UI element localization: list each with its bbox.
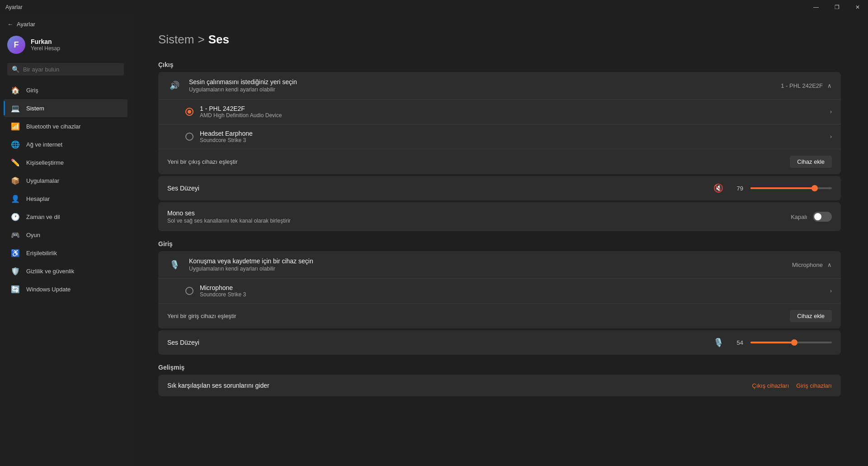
radio-phl (185, 108, 193, 116)
add-input-row: Yeni bir giriş cihazı eşleştir Cihaz ekl… (158, 303, 841, 328)
main-content: Sistem > Ses Çıkış 🔊 Sesin çalınmasını i… (131, 14, 868, 466)
input-chevron-up-icon: ∧ (827, 262, 832, 268)
search-input[interactable] (23, 66, 119, 73)
volume-mute-icon[interactable]: 🔇 (713, 183, 723, 193)
mono-right: Kapalı (791, 212, 832, 222)
add-output-row: Yeni bir çıkış cihazı eşleştir Cihaz ekl… (158, 149, 841, 174)
output-slider-fill-area (750, 187, 815, 189)
minimize-button[interactable]: — (806, 0, 826, 14)
breadcrumb-current: Ses (208, 33, 229, 47)
nav-icon-uyg: 📦 (11, 176, 20, 185)
phl-desc: AMD High Definition Audio Device (200, 112, 830, 119)
sidebar-item-bluetooth[interactable]: 📶 Bluetooth ve cihazlar (4, 117, 127, 135)
output-device-title: Sesin çalınmasını istediğiniz yeri seçin (189, 78, 781, 86)
app-body: ← Ayarlar F Furkan Yerel Hesap 🔍 🏠 Giriş… (0, 14, 868, 466)
sidebar-item-hesap[interactable]: 👤 Hesaplar (4, 190, 127, 208)
nav-icon-zaman: 🕐 (11, 212, 20, 221)
output-slider-thumb[interactable] (811, 185, 818, 191)
headset-name: Headset Earphone (200, 130, 830, 137)
mic-icon[interactable]: 🎙️ (713, 338, 723, 347)
user-name: Furkan (31, 38, 60, 45)
nav-label-kisi: Kişiselleştirme (26, 159, 64, 166)
headset-chevron: › (830, 133, 832, 140)
nav-list: 🏠 Giriş 💻 Sistem 📶 Bluetooth ve cihazlar… (0, 81, 131, 298)
sidebar-item-sistem[interactable]: 💻 Sistem (4, 99, 127, 117)
nav-icon-ag: 🌐 (11, 140, 20, 149)
output-volume-card: Ses Düzeyi 🔇 79 (158, 176, 841, 200)
nav-label-winupdate: Windows Update (26, 286, 71, 293)
output-volume-value: 79 (731, 185, 743, 192)
input-volume-label: Ses Düzeyi (167, 339, 706, 346)
breadcrumb-separator: > (198, 33, 204, 47)
titlebar-title: Ayarlar (5, 4, 23, 10)
sidebar-item-ag[interactable]: 🌐 Ağ ve internet (4, 135, 127, 153)
sidebar-item-zaman[interactable]: 🕐 Zaman ve dil (4, 208, 127, 226)
add-input-label: Yeni bir giriş cihazı eşleştir (167, 313, 236, 319)
cikis-section-label: Çıkış (158, 61, 841, 68)
mono-row: Mono ses Sol ve sağ ses kanallarını tek … (158, 202, 841, 231)
input-devices-link[interactable]: Giriş cihazları (796, 382, 832, 389)
sidebar-item-giri[interactable]: 🏠 Giriş (4, 81, 127, 99)
input-current-device: Microphone (792, 262, 823, 268)
output-device-headset[interactable]: Headset Earphone Soundcore Strike 3 › (158, 124, 841, 149)
nav-icon-winupdate: 🔄 (11, 285, 20, 294)
sidebar-item-oyun[interactable]: 🎮 Oyun (4, 226, 127, 244)
mono-toggle[interactable] (813, 212, 832, 222)
output-current-device: 1 - PHL 242E2F (781, 82, 823, 89)
sidebar-item-winupdate[interactable]: 🔄 Windows Update (4, 280, 127, 298)
search-box[interactable]: 🔍 (7, 63, 124, 76)
nav-label-uyg: Uygulamalar (26, 177, 59, 184)
back-icon: ← (7, 21, 13, 28)
mono-status: Kapalı (791, 214, 807, 220)
nav-icon-oyun: 🎮 (11, 230, 20, 239)
output-device-phl[interactable]: 1 - PHL 242E2F AMD High Definition Audio… (158, 99, 841, 124)
radio-headset (185, 133, 193, 141)
input-device-header[interactable]: 🎙️ Konuşma veya kaydetme için bir cihaz … (158, 251, 841, 278)
mono-title: Mono ses (167, 209, 791, 217)
gelismis-section-label: Gelişmiş (158, 364, 841, 371)
nav-icon-hesap: 👤 (11, 194, 20, 203)
phl-name: 1 - PHL 242E2F (200, 105, 830, 112)
add-output-label: Yeni bir çıkış cihazı eşleştir (167, 158, 238, 165)
sidebar-item-eris[interactable]: ♿ Erişilebilirlik (4, 244, 127, 262)
nav-icon-giri: 🏠 (11, 86, 20, 95)
close-button[interactable]: ✕ (847, 0, 868, 14)
nav-icon-kisi: ✏️ (11, 158, 20, 167)
breadcrumb-parent[interactable]: Sistem (158, 33, 194, 47)
mic-main-icon: 🎙️ (167, 257, 182, 272)
nav-icon-bluetooth: 📶 (11, 122, 20, 131)
add-input-button[interactable]: Cihaz ekle (790, 310, 832, 322)
input-device-mic[interactable]: Microphone Soundcore Strike 3 › (158, 278, 841, 303)
mic-chevron: › (830, 288, 832, 294)
nav-label-giri: Giriş (26, 87, 38, 94)
nav-icon-sistem: 💻 (11, 104, 20, 113)
back-button[interactable]: ← Ayarlar (0, 18, 131, 30)
sidebar-item-kisi[interactable]: ✏️ Kişiselleştirme (4, 153, 127, 171)
input-slider-thumb[interactable] (791, 339, 797, 346)
output-slider-track[interactable] (750, 187, 832, 189)
sidebar-item-uyg[interactable]: 📦 Uygulamalar (4, 171, 127, 190)
input-device-card: 🎙️ Konuşma veya kaydetme için bir cihaz … (158, 251, 841, 328)
output-device-subtitle: Uygulamaların kendi ayarları olabilir (189, 86, 781, 93)
nav-label-zaman: Zaman ve dil (26, 214, 60, 220)
mic-name: Microphone (200, 284, 830, 291)
nav-label-eris: Erişilebilirlik (26, 250, 57, 257)
add-output-button[interactable]: Cihaz ekle (790, 156, 832, 168)
restore-button[interactable]: ❐ (826, 0, 847, 14)
speaker-icon: 🔊 (167, 78, 182, 93)
input-volume-card: Ses Düzeyi 🎙️ 54 (158, 330, 841, 355)
output-devices-link[interactable]: Çıkış cihazları (752, 382, 789, 389)
output-device-right: 1 - PHL 242E2F ∧ (781, 82, 832, 89)
input-slider-rest (794, 342, 832, 343)
chevron-up-icon: ∧ (827, 82, 832, 89)
input-device-subtitle: Uygulamaların kendi ayarları olabilir (189, 266, 792, 272)
window-controls: — ❐ ✕ (806, 0, 868, 14)
advanced-row: Sık karşılaşılan ses sorunlarını gider Ç… (158, 375, 841, 396)
input-volume-value: 54 (731, 339, 743, 346)
output-volume-label: Ses Düzeyi (167, 185, 706, 192)
input-device-title: Konuşma veya kaydetme için bir cihaz seç… (189, 257, 792, 265)
advanced-links: Çıkış cihazları Giriş cihazları (752, 382, 832, 389)
sidebar-item-gizlilik[interactable]: 🛡️ Gizlilik ve güvenlik (4, 262, 127, 280)
input-slider-track[interactable] (750, 342, 832, 343)
output-device-header[interactable]: 🔊 Sesin çalınmasını istediğiniz yeri seç… (158, 72, 841, 99)
